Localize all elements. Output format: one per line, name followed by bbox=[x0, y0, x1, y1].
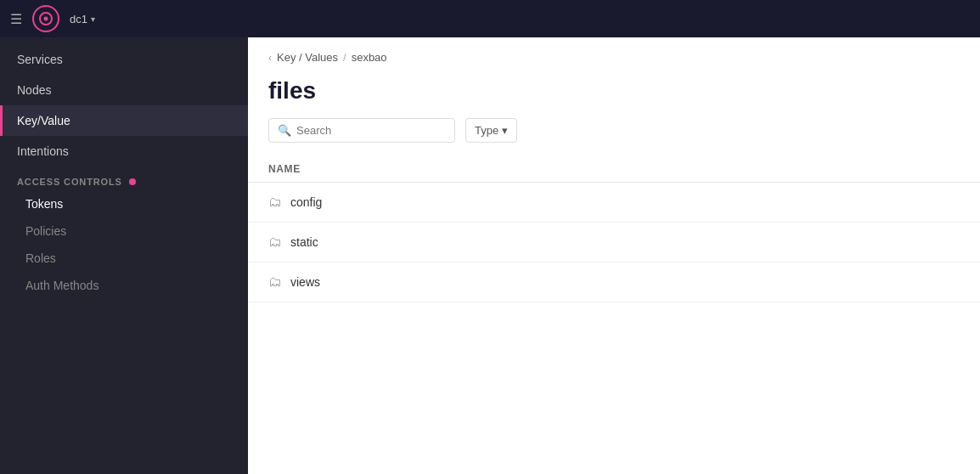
access-controls-label: ACCESS CONTROLS bbox=[17, 177, 122, 187]
sidebar-item-intentions[interactable]: Intentions bbox=[0, 136, 248, 166]
breadcrumb-parent-link[interactable]: Key / Values bbox=[277, 51, 338, 64]
logo-dot bbox=[44, 17, 48, 21]
type-dropdown-chevron-icon: ▾ bbox=[502, 124, 508, 137]
table-header: Name bbox=[248, 156, 980, 183]
sidebar-item-tokens-label: Tokens bbox=[25, 197, 63, 211]
breadcrumb-separator: / bbox=[343, 51, 346, 64]
row-name-static: static bbox=[290, 235, 318, 249]
toolbar: 🔍 Type ▾ bbox=[248, 118, 980, 156]
breadcrumb: ‹ Key / Values / sexbao bbox=[248, 37, 980, 74]
type-dropdown-label: Type bbox=[475, 124, 498, 137]
layout: Services Nodes Key/Value Intentions ACCE… bbox=[0, 37, 980, 474]
table-row[interactable]: 🗂 static bbox=[248, 223, 980, 262]
table-row[interactable]: 🗂 views bbox=[248, 262, 980, 302]
sidebar-item-keyvalue[interactable]: Key/Value bbox=[0, 105, 248, 136]
row-name-views: views bbox=[290, 275, 320, 289]
logo-inner bbox=[39, 12, 53, 25]
main-content: ‹ Key / Values / sexbao files 🔍 Type ▾ N… bbox=[248, 37, 980, 474]
sidebar-item-intentions-label: Intentions bbox=[17, 144, 69, 158]
chevron-down-icon: ▾ bbox=[91, 14, 95, 24]
table-row[interactable]: 🗂 config bbox=[248, 183, 980, 223]
sidebar: Services Nodes Key/Value Intentions ACCE… bbox=[0, 37, 248, 474]
sidebar-item-policies-label: Policies bbox=[25, 224, 66, 238]
page-title: files bbox=[248, 74, 980, 118]
datacenter-selector[interactable]: dc1 ▾ bbox=[70, 13, 95, 25]
sidebar-item-auth-methods-label: Auth Methods bbox=[25, 279, 99, 292]
search-input[interactable] bbox=[296, 124, 446, 137]
datacenter-label: dc1 bbox=[70, 13, 87, 25]
search-icon: 🔍 bbox=[278, 124, 291, 137]
sidebar-item-nodes[interactable]: Nodes bbox=[0, 75, 248, 105]
search-box[interactable]: 🔍 bbox=[268, 118, 455, 143]
row-name-config: config bbox=[290, 195, 322, 209]
sidebar-item-roles-label: Roles bbox=[25, 251, 56, 265]
sidebar-item-nodes-label: Nodes bbox=[17, 83, 51, 97]
top-nav: ☰ dc1 ▾ bbox=[0, 0, 980, 37]
column-name-header: Name bbox=[268, 163, 301, 175]
access-controls-dot bbox=[129, 178, 136, 185]
sidebar-item-auth-methods[interactable]: Auth Methods bbox=[0, 272, 248, 299]
sidebar-item-roles[interactable]: Roles bbox=[0, 245, 248, 272]
sidebar-item-policies[interactable]: Policies bbox=[0, 217, 248, 245]
sidebar-item-tokens[interactable]: Tokens bbox=[0, 190, 248, 217]
folder-icon: 🗂 bbox=[268, 195, 282, 210]
breadcrumb-back-icon: ‹ bbox=[268, 52, 272, 64]
access-controls-header: ACCESS CONTROLS bbox=[0, 166, 248, 190]
folder-icon: 🗂 bbox=[268, 274, 282, 290]
hamburger-icon[interactable]: ☰ bbox=[10, 11, 22, 27]
type-dropdown[interactable]: Type ▾ bbox=[465, 118, 517, 143]
sidebar-item-services[interactable]: Services bbox=[0, 44, 248, 75]
logo bbox=[32, 5, 59, 32]
breadcrumb-current: sexbao bbox=[352, 51, 387, 64]
folder-icon: 🗂 bbox=[268, 234, 282, 250]
sidebar-item-services-label: Services bbox=[17, 53, 63, 66]
sidebar-item-keyvalue-label: Key/Value bbox=[17, 114, 70, 127]
